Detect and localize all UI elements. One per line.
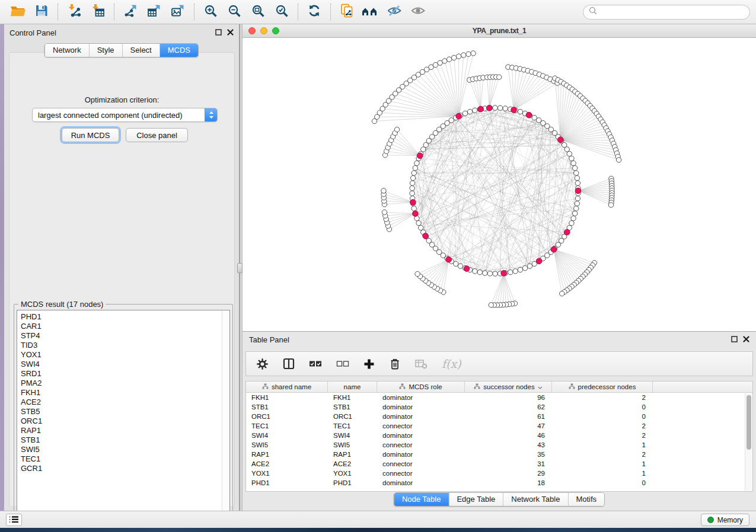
network-node[interactable] — [477, 270, 482, 274]
table-row[interactable]: FKH1FKH1dominator962 — [246, 393, 752, 402]
table-scrollbar[interactable] — [745, 393, 752, 491]
network-leaf-node[interactable] — [451, 55, 456, 60]
network-leaf-node[interactable] — [381, 188, 386, 193]
cell-successor_nodes[interactable]: 18 — [465, 479, 552, 486]
cell-name[interactable]: ACE2 — [328, 460, 377, 467]
network-node[interactable] — [418, 225, 423, 230]
new-network-from-selection-button[interactable] — [335, 2, 359, 22]
cell-name[interactable]: FKH1 — [328, 394, 377, 401]
mcds-list-scrollbar[interactable] — [222, 310, 229, 521]
network-leaf-node[interactable] — [394, 127, 399, 132]
network-leaf-node[interactable] — [497, 75, 502, 79]
network-search-field[interactable] — [583, 5, 750, 20]
cell-mcds_role[interactable]: dominator — [377, 394, 465, 401]
network-leaf-node[interactable] — [438, 60, 442, 65]
network-mcds-hub-node[interactable] — [511, 107, 517, 113]
network-node[interactable] — [527, 264, 532, 268]
float-panel-icon[interactable] — [215, 28, 222, 37]
cell-mcds_role[interactable]: dominator — [377, 451, 465, 458]
network-mcds-hub-node[interactable] — [575, 188, 581, 194]
cell-shared_name[interactable]: ACE2 — [246, 460, 328, 467]
network-node[interactable] — [414, 161, 419, 165]
network-node[interactable] — [462, 111, 467, 116]
search-input[interactable] — [600, 8, 744, 16]
mcds-result-item[interactable]: TID3 — [21, 341, 222, 350]
optimization-criterion-select[interactable]: largest connected component (undirected) — [32, 108, 218, 122]
open-session-button[interactable] — [6, 2, 30, 22]
table-row[interactable]: SWI4SWI4dominator462 — [246, 431, 752, 440]
network-mcds-hub-node[interactable] — [536, 258, 542, 264]
network-node[interactable] — [564, 147, 569, 152]
cell-successor_nodes[interactable]: 46 — [465, 432, 552, 439]
table-scrollbar-thumb[interactable] — [747, 395, 751, 450]
network-node[interactable] — [575, 181, 580, 185]
cell-shared_name[interactable]: SWI4 — [246, 432, 328, 439]
network-node[interactable] — [497, 105, 502, 110]
run-mcds-button[interactable]: Run MCDS — [62, 128, 119, 142]
cell-mcds_role[interactable]: connector — [377, 460, 465, 467]
column-header-shared-name[interactable]: shared name — [246, 382, 328, 392]
cell-mcds_role[interactable]: connector — [377, 441, 465, 448]
cell-predecessor_nodes[interactable]: 2 — [552, 432, 653, 439]
network-node[interactable] — [574, 171, 579, 175]
column-header-predecessor-nodes[interactable]: predecessor nodes — [552, 382, 653, 392]
window-close-icon[interactable] — [248, 27, 256, 34]
window-zoom-icon[interactable] — [272, 27, 279, 34]
table-row[interactable]: ACE2ACE2connector311 — [246, 459, 752, 469]
network-mcds-hub-node[interactable] — [410, 200, 416, 206]
tab-select[interactable]: Select — [122, 44, 160, 57]
cell-predecessor_nodes[interactable]: 2 — [552, 394, 653, 401]
cell-mcds_role[interactable]: dominator — [377, 479, 465, 486]
cell-successor_nodes[interactable]: 62 — [465, 403, 552, 411]
import-table-button[interactable] — [86, 2, 110, 22]
show-all-button[interactable] — [406, 2, 430, 22]
import-network-button[interactable] — [62, 2, 86, 22]
mcds-result-item[interactable]: RAP1 — [21, 426, 222, 435]
network-node[interactable] — [575, 201, 579, 206]
network-node[interactable] — [503, 106, 508, 111]
mcds-result-item[interactable]: GCR1 — [21, 464, 222, 473]
cell-name[interactable]: YOX1 — [328, 470, 377, 477]
mcds-result-item[interactable]: PMA2 — [21, 379, 222, 388]
network-leaf-node[interactable] — [461, 53, 466, 57]
zoom-fit-button[interactable] — [246, 2, 270, 22]
column-sort-menu-icon[interactable] — [538, 383, 543, 390]
table-row[interactable]: RAP1RAP1dominator352 — [246, 450, 752, 459]
network-node[interactable] — [532, 115, 537, 120]
mcds-result-item[interactable]: SRD1 — [21, 369, 222, 379]
close-table-panel-icon[interactable] — [743, 335, 749, 344]
cell-mcds_role[interactable]: dominator — [377, 413, 465, 420]
network-leaf-node[interactable] — [489, 303, 493, 307]
column-header-name[interactable]: name — [328, 382, 377, 392]
network-canvas[interactable] — [243, 38, 756, 331]
deselect-all-rows-icon[interactable] — [336, 360, 349, 368]
mcds-result-item[interactable]: PHD1 — [21, 312, 222, 322]
cell-successor_nodes[interactable]: 96 — [465, 394, 552, 401]
network-node[interactable] — [567, 151, 572, 156]
save-session-button[interactable] — [30, 2, 53, 22]
network-node[interactable] — [410, 185, 414, 190]
cell-name[interactable]: ORC1 — [328, 413, 377, 420]
zoom-selected-button[interactable] — [270, 2, 294, 22]
tab-network-table[interactable]: Network Table — [503, 493, 567, 506]
network-leaf-node[interactable] — [382, 210, 387, 214]
network-node[interactable] — [410, 181, 414, 185]
network-mcds-hub-node[interactable] — [413, 211, 419, 217]
cell-name[interactable]: STB1 — [328, 403, 377, 411]
cell-successor_nodes[interactable]: 47 — [465, 422, 552, 430]
tab-motifs[interactable]: Motifs — [567, 493, 604, 506]
cell-shared_name[interactable]: PHD1 — [246, 479, 328, 486]
network-node[interactable] — [508, 270, 513, 274]
network-leaf-node[interactable] — [457, 54, 461, 59]
refresh-view-button[interactable] — [302, 2, 326, 22]
table-row[interactable]: PHD1PHD1dominator180 — [246, 478, 752, 488]
network-node[interactable] — [454, 261, 458, 266]
splitter-grip[interactable] — [237, 263, 243, 273]
mcds-result-list[interactable]: PHD1CAR1STP4TID3YOX1SWI4SRD1PMA2FKH1ACE2… — [17, 310, 222, 521]
mcds-result-item[interactable]: SWI5 — [21, 445, 222, 454]
mcds-result-item[interactable]: CAR1 — [21, 322, 222, 331]
network-leaf-node[interactable] — [415, 271, 420, 276]
network-mcds-hub-node[interactable] — [501, 270, 507, 276]
network-mcds-hub-node[interactable] — [456, 113, 462, 119]
network-canvas-svg[interactable] — [243, 38, 756, 331]
